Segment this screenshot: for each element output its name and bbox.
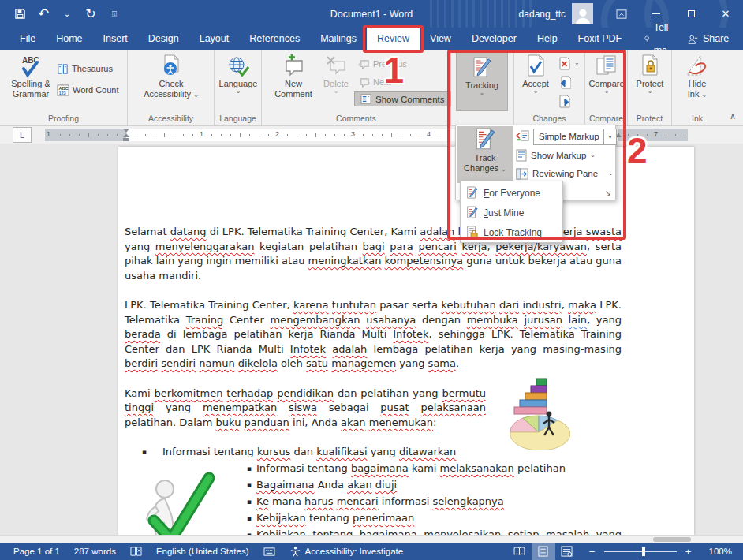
undo-dropdown-icon[interactable]: ⌄ xyxy=(57,4,77,24)
tab-design[interactable]: Design xyxy=(138,28,189,50)
tab-view[interactable]: View xyxy=(420,28,461,50)
user-avatar[interactable] xyxy=(572,3,593,24)
accessibility-icon xyxy=(289,546,301,557)
tab-mailings[interactable]: Mailings xyxy=(310,28,367,50)
spelling-abc-check-icon: ABC xyxy=(19,54,43,79)
tab-developer[interactable]: Developer xyxy=(461,28,527,50)
reject-change-icon xyxy=(558,57,571,70)
horizontal-scrollbar-thumb[interactable] xyxy=(653,537,691,542)
read-mode-button[interactable] xyxy=(508,543,532,560)
compare-button[interactable]: Compare ⌄ xyxy=(585,54,628,94)
bullet-marker: ▪ xyxy=(247,461,256,476)
keyboard-input-icon[interactable] xyxy=(256,543,282,560)
close-button[interactable]: ✕ xyxy=(708,0,743,28)
group-label: Proofing xyxy=(0,114,127,123)
markup-view-combobox[interactable]: Simple Markup ▾ xyxy=(533,129,617,145)
word-window: ↶ ⌄ ↻ ⍗ Document1 - Word dadang_ttc ✕ Fi… xyxy=(0,0,743,560)
new-comment-icon xyxy=(282,54,305,79)
zoom-thumb[interactable] xyxy=(642,547,645,556)
collapse-ribbon-icon[interactable]: ∧ xyxy=(730,111,736,121)
customize-qat-icon[interactable]: ⍗ xyxy=(104,4,125,24)
track-changes-button[interactable]: Track Changes ⌄ xyxy=(457,126,513,183)
compare-icon xyxy=(595,54,618,79)
menu-item-for-everyone[interactable]: For Everyone xyxy=(461,183,562,203)
language-button[interactable]: Language ⌄ xyxy=(217,54,259,94)
menu-item-just-mine[interactable]: Just Mine xyxy=(461,203,562,222)
tell-me-box[interactable]: Tell me xyxy=(637,28,680,50)
protect-button[interactable]: Protect ⌄ xyxy=(628,54,672,94)
accessibility-status[interactable]: Accessibility: Investigate xyxy=(282,543,411,560)
redo-icon[interactable]: ↻ xyxy=(80,4,101,24)
track-changes-icon xyxy=(473,126,497,153)
ribbon-display-options-icon[interactable] xyxy=(604,0,639,28)
word-count-button[interactable]: ABC123 Word Count xyxy=(57,82,119,98)
next-change-button[interactable] xyxy=(558,93,571,109)
zoom-out-button[interactable]: − xyxy=(587,546,598,558)
zoom-in-button[interactable]: + xyxy=(683,546,694,558)
signed-in-user[interactable]: dadang_ttc xyxy=(519,9,566,20)
track-changes-menu: For Everyone Just Mine Lock Tracking xyxy=(460,181,563,243)
ribbon: ABC Spelling &Grammar Thesaurus ABC123 W… xyxy=(0,50,743,126)
first-line-indent-marker[interactable] xyxy=(123,129,129,133)
web-layout-button[interactable] xyxy=(555,543,579,560)
reviewing-pane-button[interactable]: Reviewing Pane ⌄ xyxy=(516,165,614,182)
tab-foxit-pdf[interactable]: Foxit PDF xyxy=(568,28,633,50)
tab-file[interactable]: File xyxy=(9,28,46,50)
word-count-indicator[interactable]: 287 words xyxy=(67,543,123,560)
thesaurus-button[interactable]: Thesaurus xyxy=(57,61,113,77)
maximize-button[interactable] xyxy=(674,0,708,28)
share-button[interactable]: Share xyxy=(680,28,737,50)
show-markup-icon xyxy=(516,149,527,162)
horizontal-scrollbar[interactable] xyxy=(0,535,743,543)
delete-comment-button[interactable]: Delete ⌄ xyxy=(319,54,353,94)
spelling-grammar-button[interactable]: ABC Spelling &Grammar xyxy=(6,54,55,99)
zoom-track[interactable] xyxy=(604,551,677,552)
check-accessibility-button[interactable]: Check Accessibility ⌄ xyxy=(144,54,199,99)
lightbulb-icon xyxy=(644,33,649,45)
pie-chart-stairs-clipart[interactable] xyxy=(491,377,570,450)
show-markup-button[interactable]: Show Markup ⌄ xyxy=(516,147,596,164)
page-indicator[interactable]: Page 1 of 1 xyxy=(6,543,67,560)
zoom-percentage[interactable]: 100% xyxy=(702,543,743,560)
undo-icon[interactable]: ↶ xyxy=(33,4,54,24)
show-comments-button[interactable]: Show Comments xyxy=(355,92,450,106)
tab-review[interactable]: Review xyxy=(367,28,420,50)
group-label: Comments xyxy=(262,114,450,123)
figure-with-green-checkmark-clipart[interactable] xyxy=(144,472,217,535)
print-layout-button[interactable] xyxy=(532,543,555,560)
hanging-indent-marker[interactable] xyxy=(123,133,129,137)
left-indent-marker[interactable] xyxy=(123,138,129,141)
minimize-button[interactable] xyxy=(639,0,674,28)
accept-button[interactable]: Accept ⌄ xyxy=(517,54,554,94)
protect-lock-icon xyxy=(640,54,660,79)
paragraph: LPK. Telematika Training Center, karena … xyxy=(125,298,622,371)
previous-change-icon xyxy=(558,76,571,89)
previous-change-button[interactable] xyxy=(558,74,571,90)
tab-references[interactable]: References xyxy=(239,28,310,50)
tab-home[interactable]: Home xyxy=(46,28,92,50)
next-comment-button[interactable]: Next xyxy=(358,74,391,90)
language-indicator[interactable]: English (United States) xyxy=(149,543,256,560)
document-page[interactable]: Selamat datang di LPK. Telematika Traini… xyxy=(118,147,694,535)
zoom-slider[interactable]: − + xyxy=(587,546,694,558)
tracking-button[interactable]: Tracking ⌄ xyxy=(457,52,507,110)
previous-comment-button[interactable]: Previous xyxy=(358,56,407,72)
bullet-marker: ▪ xyxy=(247,528,256,535)
menu-item-lock-tracking[interactable]: Lock Tracking xyxy=(461,222,562,242)
save-icon[interactable] xyxy=(9,4,30,24)
show-comments-icon xyxy=(360,94,372,104)
new-comment-button[interactable]: NewComment xyxy=(271,54,315,99)
proofing-errors-icon[interactable] xyxy=(123,543,149,560)
group-label: Changes xyxy=(514,114,584,123)
next-change-icon xyxy=(558,95,571,108)
tab-help[interactable]: Help xyxy=(527,28,568,50)
reject-change-button[interactable]: ⌄ xyxy=(558,55,580,71)
ruler-number: 2 xyxy=(275,130,279,138)
tab-layout[interactable]: Layout xyxy=(189,28,240,50)
combobox-arrow-icon[interactable]: ▾ xyxy=(603,129,616,144)
horizontal-ruler-strip[interactable]: 11234567 xyxy=(0,129,743,141)
dialog-launcher-icon[interactable]: ↘ xyxy=(605,189,611,197)
hide-ink-button[interactable]: Hide Ink ⌄ xyxy=(675,54,719,99)
tab-insert[interactable]: Insert xyxy=(93,28,138,50)
paragraph: Kami berkomitmen terhadap pendidikan dan… xyxy=(125,386,486,431)
